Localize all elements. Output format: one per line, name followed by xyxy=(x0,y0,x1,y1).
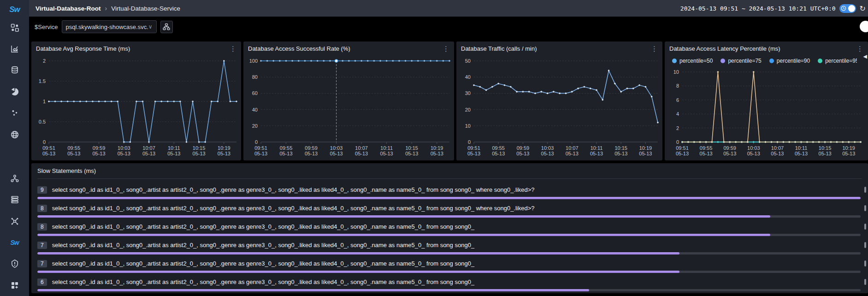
successful-rate-chart[interactable]: 02040608010009:5105-1309:5505-1309:5905-… xyxy=(243,55,454,159)
kebab-menu-icon[interactable]: ⋮ xyxy=(443,45,449,52)
sidebar-item-dashboard[interactable] xyxy=(0,17,29,38)
svg-text:10:19: 10:19 xyxy=(639,145,652,151)
panel-avg-response-time: Database Avg Response Time (ms) ⋮ 00.511… xyxy=(31,41,241,160)
sidebar-item-network[interactable] xyxy=(0,211,29,232)
panel-successful-rate: Database Access Successful Rate (%) ⋮ 02… xyxy=(243,41,454,160)
charts-row: Database Avg Response Time (ms) ⋮ 00.511… xyxy=(31,41,868,160)
sidebar-item-pie[interactable] xyxy=(0,81,29,102)
dashboard-icon xyxy=(10,23,19,32)
time-range-value[interactable]: 2024-05-13 09:51 ~ 2024-05-13 10:21 xyxy=(680,5,807,12)
svg-text:05-13: 05-13 xyxy=(167,151,180,156)
sql-statement-text[interactable]: select song0_.id as id1_0_, song0_.artis… xyxy=(52,278,862,285)
top-bar: Virtual-Database-Root › Virtual-Database… xyxy=(29,0,868,17)
auto-refresh-toggle[interactable] xyxy=(839,4,856,13)
svg-text:09:55: 09:55 xyxy=(492,145,505,151)
sidebar-item-charts[interactable] xyxy=(0,38,29,59)
legend-item[interactable]: percentile=90 xyxy=(769,58,810,64)
svg-text:05-13: 05-13 xyxy=(639,151,652,156)
svg-text:05-13: 05-13 xyxy=(218,151,230,156)
row-scrollbar-thumb[interactable] xyxy=(864,242,866,248)
legend-label: percentile=50 xyxy=(679,58,713,64)
svg-text:2: 2 xyxy=(43,58,46,64)
traffic-chart[interactable]: 0102030405009:5105-1309:5505-1309:5905-1… xyxy=(456,55,662,159)
percentile-legend: percentile=50percentile=75percentile=90p… xyxy=(665,55,857,66)
chevron-down-icon: ∨ xyxy=(148,24,153,30)
sidebar-item-skywalking-active[interactable]: Sw xyxy=(0,232,29,253)
svg-text:05-13: 05-13 xyxy=(723,151,736,156)
svg-text:10:19: 10:19 xyxy=(218,145,230,151)
svg-text:05-13: 05-13 xyxy=(492,151,505,156)
svg-text:8: 8 xyxy=(676,83,679,89)
sql-statement-text[interactable]: select song0_.id as id1_0_, song0_.artis… xyxy=(52,260,862,267)
svg-text:6: 6 xyxy=(676,97,679,103)
sql-statement-text[interactable]: select song0_.id as id1_0_, song0_.artis… xyxy=(52,242,862,249)
dots-icon xyxy=(10,108,19,118)
svg-text:40: 40 xyxy=(465,74,471,80)
breadcrumb-root[interactable]: Virtual-Database-Root xyxy=(35,5,101,12)
kebab-menu-icon[interactable]: ⋮ xyxy=(651,45,658,52)
timezone-label: UTC+0:0 xyxy=(810,5,836,12)
svg-text:10:15: 10:15 xyxy=(819,145,832,151)
row-scrollbar-thumb[interactable] xyxy=(864,260,866,266)
slow-statement-row: 7 select song0_.id as id1_0_, song0_.art… xyxy=(37,241,862,255)
svg-text:05-13: 05-13 xyxy=(467,151,480,156)
latency-percentile-chart[interactable]: 024681009:5105-1309:5505-1309:5905-1310:… xyxy=(665,66,865,159)
row-scrollbar-thumb[interactable] xyxy=(864,279,866,285)
kebab-menu-icon[interactable]: ⋮ xyxy=(230,45,236,52)
svg-text:10:07: 10:07 xyxy=(355,145,368,151)
avg-response-time-chart[interactable]: 00.511.5209:5105-1309:5505-1309:5905-131… xyxy=(31,55,241,159)
legend-item[interactable]: percentile=95 xyxy=(818,58,857,64)
sidebar-item-endpoints[interactable] xyxy=(0,102,29,124)
legend-dot-icon xyxy=(818,59,822,63)
breadcrumb-leaf[interactable]: Virtual-Database-Service xyxy=(111,5,180,12)
svg-text:05-13: 05-13 xyxy=(305,151,318,156)
svg-text:10: 10 xyxy=(673,69,679,75)
svg-text:1: 1 xyxy=(43,99,46,104)
legend-dot-icon xyxy=(769,59,774,63)
svg-text:09:59: 09:59 xyxy=(305,145,318,151)
kebab-menu-icon[interactable]: ⋮ xyxy=(856,45,863,52)
refresh-icon[interactable]: ↻ xyxy=(860,4,866,13)
legend-prev-icon[interactable]: ◀ xyxy=(863,53,867,59)
slow-statement-row: 9 select song0_.id as id1_0_, song0_.art… xyxy=(37,185,862,199)
latency-bar-track xyxy=(37,271,861,273)
sidebar-item-database[interactable] xyxy=(0,59,29,81)
svg-text:05-13: 05-13 xyxy=(676,151,689,156)
row-scrollbar-thumb[interactable] xyxy=(864,224,866,230)
latency-bar-fill xyxy=(37,215,770,218)
sql-statement-text[interactable]: select song0_.id as id1_0_, song0_.artis… xyxy=(52,223,862,230)
service-select[interactable]: psql.skywalking-showcase.svc. ∨ xyxy=(62,20,157,33)
server-list-icon xyxy=(10,195,19,204)
svg-text:05-13: 05-13 xyxy=(431,151,443,156)
svg-text:10:03: 10:03 xyxy=(541,145,554,151)
legend-item[interactable]: percentile=50 xyxy=(672,58,713,64)
sidebar-item-server-list[interactable] xyxy=(0,189,29,210)
svg-text:2: 2 xyxy=(676,125,679,131)
globe-icon xyxy=(10,130,19,139)
panel-latency-percentile: Database Access Latency Percentile (ms) … xyxy=(665,41,868,160)
svg-text:05-13: 05-13 xyxy=(42,151,55,156)
edit-mode-toggle[interactable] xyxy=(860,21,868,32)
legend-label: percentile=75 xyxy=(728,58,761,64)
row-scrollbar-thumb[interactable] xyxy=(864,187,866,193)
slow-statement-row: 7 select song0_.id as id1_0_, song0_.art… xyxy=(37,259,862,273)
row-scrollbar-thumb[interactable] xyxy=(864,205,866,211)
sidebar-item-alerts[interactable] xyxy=(0,253,29,274)
svg-text:09:51: 09:51 xyxy=(254,145,267,151)
sql-statement-text[interactable]: select song0_.id as id1_0_, song0_.artis… xyxy=(52,205,862,212)
sidebar-item-topology[interactable] xyxy=(0,168,29,189)
svg-text:05-13: 05-13 xyxy=(279,151,292,156)
svg-text:05-13: 05-13 xyxy=(614,151,627,156)
legend-item[interactable]: percentile=75 xyxy=(720,58,761,64)
sidebar-item-add-widget[interactable] xyxy=(0,275,29,296)
panel-title: Database Avg Response Time (ms) xyxy=(36,45,130,52)
svg-text:05-13: 05-13 xyxy=(819,151,832,156)
legend-dot-icon xyxy=(672,59,677,63)
svg-text:10:19: 10:19 xyxy=(431,145,443,151)
svg-text:10:19: 10:19 xyxy=(842,145,855,151)
sidebar-item-browser[interactable] xyxy=(0,124,29,145)
service-hierarchy-button[interactable] xyxy=(160,21,173,33)
sql-statement-text[interactable]: select song0_.id as id1_0_, song0_.artis… xyxy=(52,186,862,193)
latency-bar-fill xyxy=(37,234,770,236)
svg-text:05-13: 05-13 xyxy=(405,151,418,156)
